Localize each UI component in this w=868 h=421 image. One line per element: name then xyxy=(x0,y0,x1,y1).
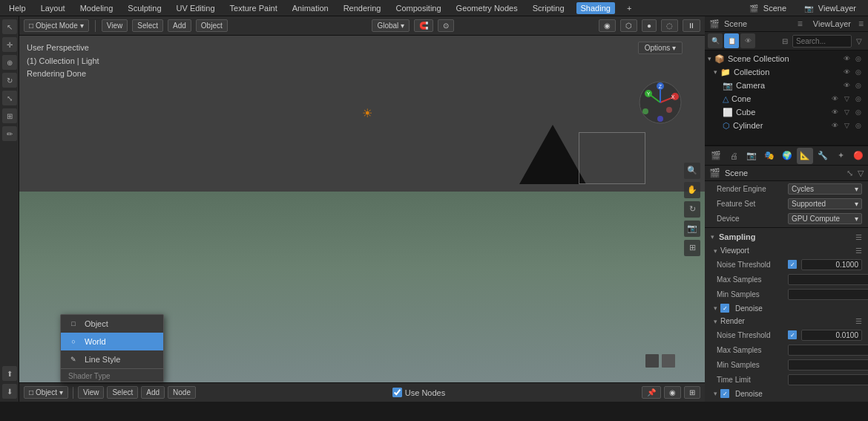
navigation-gizmo[interactable]: X Y Z xyxy=(638,80,683,125)
select-cursor-icon[interactable]: ◎ xyxy=(853,53,864,64)
cylinder-eye-icon[interactable]: 👁 xyxy=(829,120,840,131)
object-tab-icon[interactable]: 📐 xyxy=(797,148,813,164)
camera-view-icon[interactable]: 📷 xyxy=(684,221,700,237)
outliner-filter-icon[interactable]: ⊟ xyxy=(779,35,791,47)
min-samples-input[interactable] xyxy=(788,289,868,300)
menu-geometry-nodes[interactable]: Geometry Nodes xyxy=(453,2,521,14)
wireframe-btn[interactable]: ◌ xyxy=(661,19,678,32)
render-tab-icon[interactable]: 🎬 xyxy=(708,148,724,164)
cylinder-funnel-icon[interactable]: ▽ xyxy=(841,120,852,131)
cube-select-icon[interactable]: ◎ xyxy=(853,107,864,117)
dropdown-item-linestyle[interactable]: ✎ Line Style xyxy=(61,350,163,368)
denoise-checkbox[interactable]: ✓ xyxy=(720,304,729,313)
cylinder-select-icon[interactable]: ◎ xyxy=(853,120,864,131)
material-tab-icon[interactable]: 🔴 xyxy=(850,148,867,164)
hand-pan-icon[interactable]: ✋ xyxy=(684,182,700,198)
use-nodes-toggle[interactable]: Use Nodes xyxy=(392,388,445,397)
render-noise-input[interactable] xyxy=(801,330,862,341)
render-subsection-menu-icon[interactable]: ☰ xyxy=(855,317,862,325)
node-pin-btn[interactable]: 📌 xyxy=(642,386,661,399)
object-mode-btn[interactable]: □ Object Mode ▾ xyxy=(24,19,89,32)
device-dropdown[interactable]: GPU Compute ▾ xyxy=(788,213,862,224)
properties-scene-menu[interactable]: ⤡ xyxy=(846,169,853,178)
solid-btn[interactable]: ● xyxy=(642,19,657,32)
sidebar-rotate-icon[interactable]: ↻ xyxy=(2,73,17,88)
camera-eye-icon[interactable]: 👁 xyxy=(841,80,852,91)
sidebar-select-icon[interactable]: ↖ xyxy=(2,19,17,34)
render-subsection-header[interactable]: ▾ Render ☰ xyxy=(705,315,868,327)
menu-compositing[interactable]: Compositing xyxy=(392,2,444,14)
noise-threshold-checkbox[interactable]: ✓ xyxy=(788,260,797,269)
cube-funnel-icon[interactable]: ▽ xyxy=(841,107,852,117)
menu-rendering[interactable]: Rendering xyxy=(341,2,384,14)
max-samples-input[interactable] xyxy=(788,274,868,285)
particles-tab-icon[interactable]: ✦ xyxy=(832,148,849,164)
shader-type-dropdown[interactable]: □ Object ○ World ✎ Line Style Shader Typ… xyxy=(60,314,164,382)
options-button[interactable]: Options ▾ xyxy=(638,42,683,54)
view-menu-btn[interactable]: View xyxy=(102,19,128,32)
sidebar-transform-icon[interactable]: ⊞ xyxy=(2,108,17,123)
outliner-filter-tab[interactable]: 🔍 xyxy=(708,33,723,48)
zoom-icon[interactable]: 🔍 xyxy=(684,163,700,179)
overlay-btn[interactable]: ◉ xyxy=(599,19,616,32)
add-menu-btn[interactable]: Add xyxy=(168,19,191,32)
menu-sculpting[interactable]: Sculpting xyxy=(125,2,164,14)
node-mode-btn[interactable]: □ Object ▾ xyxy=(24,386,68,399)
use-nodes-checkbox[interactable] xyxy=(392,388,402,397)
sidebar-annotate-icon[interactable]: ✏ xyxy=(2,126,17,141)
menu-shading[interactable]: Shading xyxy=(576,2,615,14)
menu-help[interactable]: Help xyxy=(6,2,29,14)
outliner-search-input[interactable] xyxy=(792,35,852,48)
render-min-samples-input[interactable] xyxy=(788,359,868,371)
menu-layout[interactable]: Layout xyxy=(38,2,68,14)
node-select-btn[interactable]: Select xyxy=(107,386,138,399)
menu-animation[interactable]: Animation xyxy=(289,2,332,14)
dropdown-item-object[interactable]: □ Object xyxy=(61,315,163,333)
visibility-eye-icon[interactable]: 👁 xyxy=(841,53,852,64)
camera-select-icon[interactable]: ◎ xyxy=(853,80,864,91)
sidebar-tool2-icon[interactable]: ⬇ xyxy=(2,384,17,399)
dropdown-item-world[interactable]: ○ World xyxy=(61,333,163,350)
sidebar-new-icon[interactable]: ⬆ xyxy=(2,366,17,381)
viewport-subsection-header[interactable]: ▾ Viewport ☰ xyxy=(705,244,868,257)
menu-scripting[interactable]: Scripting xyxy=(530,2,568,14)
collection-select-icon[interactable]: ◎ xyxy=(853,67,864,77)
world-tab-icon[interactable]: 🌍 xyxy=(779,148,795,164)
sidebar-scale-icon[interactable]: ⤡ xyxy=(2,91,17,105)
properties-filter-icon[interactable]: ▽ xyxy=(858,169,864,178)
menu-uv-editing[interactable]: UV Editing xyxy=(174,2,218,14)
object-menu-btn[interactable]: Object xyxy=(196,19,228,32)
advanced-header[interactable]: ▶ Advanced xyxy=(705,400,868,402)
tree-cone[interactable]: △ Cone 👁 ▽ ◎ xyxy=(705,92,868,105)
sampling-menu-icon[interactable]: ☰ xyxy=(855,233,862,241)
scene-dropdown[interactable]: 🎬 Scene xyxy=(746,2,792,14)
viewlayer-tab-icon[interactable]: 📷 xyxy=(743,148,760,164)
xray-btn[interactable]: ⬡ xyxy=(620,19,637,32)
denoise-header[interactable]: ▾ ✓ Denoise xyxy=(705,301,868,315)
viewlayer-dropdown[interactable]: 📷 ViewLayer xyxy=(801,2,862,14)
output-tab-icon[interactable]: 🖨 xyxy=(726,148,742,164)
menu-plus[interactable]: + xyxy=(624,2,634,14)
select-menu-btn[interactable]: Select xyxy=(132,19,163,32)
scene-tab-icon[interactable]: 🎭 xyxy=(761,148,777,164)
frame-icon[interactable]: ⊞ xyxy=(684,240,700,256)
node-snap-btn[interactable]: ⊞ xyxy=(684,386,700,399)
tree-cylinder[interactable]: ⬡ Cylinder 👁 ▽ ◎ xyxy=(705,119,868,132)
outliner-scene-tab[interactable]: 📋 xyxy=(724,33,739,48)
tree-cube[interactable]: ⬜ Cube 👁 ▽ ◎ xyxy=(705,105,868,119)
noise-threshold-input[interactable] xyxy=(801,259,862,270)
modifier-tab-icon[interactable]: 🔧 xyxy=(815,148,831,164)
pause-btn[interactable]: ⏸ xyxy=(683,19,700,32)
render-denoise-header[interactable]: ▾ ✓ Denoise xyxy=(705,387,868,400)
cube-eye-icon[interactable]: 👁 xyxy=(829,107,840,117)
snap-btn[interactable]: 🧲 xyxy=(414,19,433,32)
outliner-filter-funnel[interactable]: ▽ xyxy=(853,35,865,47)
proportional-btn[interactable]: ⊙ xyxy=(438,19,454,32)
menu-texture-paint[interactable]: Texture Paint xyxy=(227,2,280,14)
outliner-view-tab[interactable]: 👁 xyxy=(740,33,755,48)
outliner-scene-menu[interactable]: ≡ xyxy=(798,19,803,29)
cone-funnel-icon[interactable]: ▽ xyxy=(841,94,852,104)
sampling-header[interactable]: ▾ Sampling ☰ xyxy=(705,229,868,244)
node-add-btn[interactable]: Add xyxy=(141,386,165,399)
tree-scene-collection[interactable]: ▾ 📦 Scene Collection 👁 ◎ xyxy=(705,52,868,65)
